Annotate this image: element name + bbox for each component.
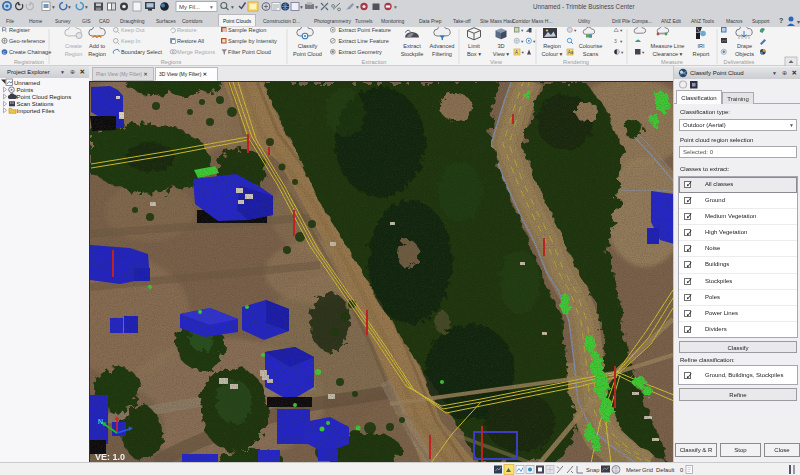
- svg-text:Advanced: Advanced: [430, 43, 455, 49]
- svg-text:▾: ▾: [521, 39, 524, 44]
- svg-text:Grid: Grid: [642, 467, 653, 473]
- svg-text:Registration: Registration: [14, 59, 44, 65]
- svg-text:Extract Geometry: Extract Geometry: [338, 49, 382, 55]
- svg-text:Extract: Extract: [403, 43, 421, 49]
- svg-text:▾: ▾: [68, 4, 71, 10]
- svg-text:Limit: Limit: [468, 43, 480, 49]
- svg-text:Geo-reference: Geo-reference: [9, 38, 45, 44]
- svg-text:Drape: Drape: [737, 43, 752, 49]
- svg-text:Box ▾: Box ▾: [467, 51, 481, 57]
- svg-text:▾: ▾: [356, 4, 359, 10]
- svg-text:C: C: [3, 50, 6, 55]
- svg-text:Keep In: Keep In: [121, 38, 140, 44]
- svg-text:▾: ▾: [231, 4, 234, 10]
- svg-text:Sample by Intensity: Sample by Intensity: [228, 38, 277, 44]
- svg-text:Clearance ▾: Clearance ▾: [653, 51, 683, 57]
- svg-text:Colourise: Colourise: [579, 43, 603, 49]
- svg-text:Colour ▾: Colour ▾: [542, 51, 563, 57]
- svg-text:3D: 3D: [497, 43, 504, 49]
- svg-text:3: 3: [614, 38, 617, 44]
- svg-text:Keep Out: Keep Out: [121, 27, 145, 33]
- svg-text:Region: Region: [65, 51, 83, 57]
- svg-text:▾: ▾: [521, 28, 524, 33]
- svg-text:▾: ▾: [52, 4, 55, 10]
- svg-text:Extract Point Feature: Extract Point Feature: [338, 27, 391, 33]
- svg-text:Create Chainage: Create Chainage: [9, 49, 51, 55]
- svg-text:▾: ▾: [620, 39, 623, 44]
- svg-text:Create: Create: [65, 43, 82, 49]
- svg-text:Regions: Regions: [161, 59, 182, 65]
- svg-text:Merge Regions: Merge Regions: [177, 49, 215, 55]
- svg-text:Extraction: Extraction: [362, 59, 387, 65]
- svg-text:▾: ▾: [394, 4, 397, 10]
- svg-text:▾: ▾: [210, 4, 213, 10]
- svg-text:Classify: Classify: [298, 43, 318, 49]
- svg-text:Points: Points: [17, 87, 34, 93]
- svg-text:Restore: Restore: [177, 27, 197, 33]
- svg-text:▾: ▾: [574, 28, 577, 33]
- svg-text:Deliverables: Deliverables: [724, 59, 755, 65]
- svg-text:Register: Register: [9, 27, 30, 33]
- svg-text:Stockpile: Stockpile: [401, 51, 424, 57]
- svg-text:Objects: Objects: [735, 51, 754, 57]
- svg-text:Imported Files: Imported Files: [17, 108, 55, 114]
- svg-text:▾: ▾: [315, 4, 318, 10]
- svg-text:Rendering: Rendering: [563, 59, 589, 65]
- svg-text:Aa: Aa: [568, 50, 574, 55]
- svg-text:Measure Line: Measure Line: [651, 43, 685, 49]
- svg-text:▾: ▾: [642, 50, 645, 55]
- svg-text:Point Cloud: Point Cloud: [293, 51, 322, 57]
- svg-text:0: 0: [680, 467, 683, 473]
- svg-text:View ▾: View ▾: [493, 51, 510, 57]
- svg-text:Add to: Add to: [89, 43, 105, 49]
- svg-text:Measure: Measure: [661, 59, 683, 65]
- svg-text:▾: ▾: [300, 4, 303, 10]
- svg-text:Boundary Select: Boundary Select: [121, 49, 162, 55]
- svg-text:Filtering: Filtering: [432, 51, 452, 57]
- svg-text:Filter Point Cloud: Filter Point Cloud: [228, 49, 271, 55]
- svg-text:▾: ▾: [522, 50, 525, 55]
- svg-text:Scans: Scans: [583, 51, 599, 57]
- svg-text:Scan Stations: Scan Stations: [17, 101, 54, 107]
- svg-text:Unnamed: Unnamed: [14, 80, 40, 86]
- svg-text:VE: 1.0: VE: 1.0: [95, 452, 125, 462]
- svg-text:Region: Region: [543, 43, 561, 49]
- svg-text:Sample Region: Sample Region: [228, 27, 266, 33]
- svg-text:Extract Line Feature: Extract Line Feature: [338, 38, 388, 44]
- svg-text:Restore All: Restore All: [177, 38, 204, 44]
- svg-text:Meter: Meter: [626, 467, 641, 473]
- svg-text:Default: Default: [656, 467, 675, 473]
- svg-text:View: View: [490, 59, 503, 65]
- svg-text:Report: Report: [693, 51, 710, 57]
- svg-text:IRI: IRI: [697, 43, 705, 49]
- svg-text:▾: ▾: [621, 50, 624, 55]
- svg-text:Region: Region: [88, 51, 106, 57]
- svg-text:▾: ▾: [85, 4, 88, 10]
- svg-text:▾: ▾: [620, 28, 623, 33]
- svg-text:Point Cloud Regions: Point Cloud Regions: [17, 94, 72, 100]
- svg-text:N: N: [98, 418, 103, 425]
- svg-text:A: A: [515, 50, 518, 55]
- svg-text:Snap: Snap: [586, 467, 600, 473]
- svg-text:My Fil...: My Fil...: [179, 4, 200, 10]
